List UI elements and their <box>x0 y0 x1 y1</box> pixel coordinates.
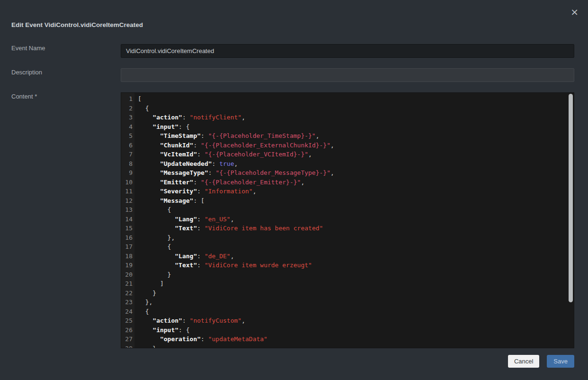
code-line: 20 } <box>121 270 574 280</box>
line-number: 9 <box>121 168 133 178</box>
code-line: 22 } <box>121 289 574 298</box>
content-label: Content * <box>11 93 37 100</box>
code-line: 26 "input": { <box>121 326 574 335</box>
line-number: 23 <box>121 298 133 307</box>
code-line: 27 "operation": "updateMetaData" <box>121 335 574 344</box>
code-line: 19 "Text": "VidiCore item wurde erzeugt" <box>121 261 574 270</box>
line-number: 4 <box>121 122 133 132</box>
code-line: 2 { <box>121 104 574 113</box>
event-name-input[interactable] <box>121 44 574 58</box>
line-number: 16 <box>121 233 133 243</box>
code-line: 28 } <box>121 344 574 349</box>
content-code-editor[interactable]: 1[2 {3 "action": "notifyClient",4 "input… <box>121 92 574 348</box>
line-number: 2 <box>121 104 133 113</box>
line-number: 7 <box>121 150 133 159</box>
description-label: Description <box>11 69 42 76</box>
code-lines: 1[2 {3 "action": "notifyClient",4 "input… <box>121 93 574 348</box>
line-number: 8 <box>121 159 133 169</box>
line-number: 12 <box>121 196 133 206</box>
editor-scrollbar-thumb[interactable] <box>569 94 573 302</box>
line-number: 5 <box>121 131 133 141</box>
code-line: 6 "ChunkId": "{-{Placeholder_ExternalChu… <box>121 141 574 150</box>
line-number: 21 <box>121 279 133 289</box>
code-line: 1[ <box>121 94 574 104</box>
description-input[interactable] <box>121 68 574 82</box>
code-line: 21 ] <box>121 279 574 289</box>
code-line: 25 "action": "notifyCustom", <box>121 316 574 326</box>
line-number: 26 <box>121 326 133 335</box>
line-number: 13 <box>121 205 133 215</box>
line-number: 1 <box>121 94 133 104</box>
line-number: 10 <box>121 178 133 187</box>
code-line: 3 "action": "notifyClient", <box>121 113 574 122</box>
cancel-button[interactable]: Cancel <box>508 355 539 368</box>
code-line: 23 }, <box>121 298 574 307</box>
footer-buttons: Cancel Save <box>508 355 574 368</box>
close-icon[interactable]: × <box>570 7 579 17</box>
line-number: 22 <box>121 289 133 298</box>
code-line: 16 }, <box>121 233 574 243</box>
code-line: 4 "input": { <box>121 122 574 132</box>
line-number: 27 <box>121 335 133 344</box>
code-line: 13 { <box>121 205 574 215</box>
line-number: 20 <box>121 270 133 280</box>
line-number: 15 <box>121 224 133 233</box>
code-line: 11 "Severity": "Information", <box>121 187 574 196</box>
event-name-label: Event Name <box>11 45 45 52</box>
code-line: 9 "MessageType": "{-{Placeholder_Message… <box>121 168 574 178</box>
code-line: 10 "Emitter": "{-{Placeholder_Emitter}-}… <box>121 178 574 187</box>
line-number: 25 <box>121 316 133 326</box>
code-line: 15 "Text": "VidiCore item has been creat… <box>121 224 574 233</box>
code-line: 12 "Message": [ <box>121 196 574 206</box>
code-line: 24 { <box>121 307 574 317</box>
edit-event-modal: × Edit Event VidiControl.vidiCoreItemCre… <box>0 0 588 380</box>
line-number: 6 <box>121 141 133 150</box>
code-line: 17 { <box>121 242 574 252</box>
line-number: 11 <box>121 187 133 196</box>
line-number: 14 <box>121 215 133 224</box>
line-number: 18 <box>121 252 133 261</box>
line-number: 17 <box>121 242 133 252</box>
modal-title: Edit Event VidiControl.vidiCoreItemCreat… <box>11 21 143 28</box>
code-line: 8 "UpdateNeeded": true, <box>121 159 574 169</box>
line-number: 28 <box>121 344 133 349</box>
code-line: 18 "Lang": "de_DE", <box>121 252 574 261</box>
code-line: 5 "TimeStamp": "{-{Placeholder_TimeStamp… <box>121 131 574 141</box>
code-line: 14 "Lang": "en_US", <box>121 215 574 224</box>
code-line: 7 "VcItemId": "{-{Placeholder_VCItemId}-… <box>121 150 574 159</box>
save-button[interactable]: Save <box>547 355 574 368</box>
line-number: 19 <box>121 261 133 270</box>
line-number: 24 <box>121 307 133 317</box>
line-number: 3 <box>121 113 133 122</box>
